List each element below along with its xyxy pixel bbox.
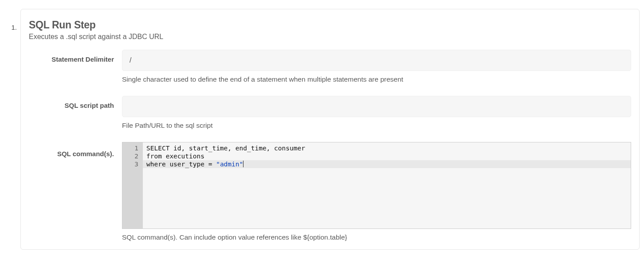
code-line[interactable]: from executions	[146, 152, 631, 160]
label-sql-script-path: SQL script path	[29, 96, 122, 109]
code-text	[212, 161, 216, 168]
label-sql-commands: SQL command(s).	[29, 142, 122, 158]
step-number: 1.	[4, 9, 17, 31]
gutter-line: 1	[128, 144, 138, 152]
panel-title: SQL Run Step	[29, 19, 631, 31]
row-statement-delimiter: Statement Delimiter Single character use…	[29, 50, 631, 83]
gutter-line: 3	[128, 160, 138, 168]
text-cursor	[243, 161, 243, 167]
step-panel: SQL Run Step Executes a .sql script agai…	[20, 9, 640, 250]
label-statement-delimiter: Statement Delimiter	[29, 50, 122, 63]
editor-content[interactable]: SELECT id, start_time, end_time, consume…	[143, 142, 631, 228]
row-sql-commands: SQL command(s). 1 2 3 SELECT id, start_t…	[29, 142, 631, 241]
sql-commands-editor[interactable]: 1 2 3 SELECT id, start_time, end_time, c…	[122, 142, 631, 229]
sql-script-path-input[interactable]	[122, 96, 631, 117]
help-sql-commands: SQL command(s). Can include option value…	[122, 233, 631, 241]
code-string: "admin"	[216, 161, 243, 168]
gutter-line: 2	[128, 152, 138, 160]
help-statement-delimiter: Single character used to define the end …	[122, 75, 631, 83]
code-line[interactable]: SELECT id, start_time, end_time, consume…	[146, 144, 631, 152]
code-text: where user_type	[146, 161, 208, 168]
row-sql-script-path: SQL script path File Path/URL to the sql…	[29, 96, 631, 130]
statement-delimiter-input[interactable]	[122, 50, 631, 71]
editor-gutter: 1 2 3	[122, 142, 143, 228]
help-sql-script-path: File Path/URL to the sql script	[122, 122, 631, 130]
code-line-active[interactable]: where user_type = "admin"	[143, 160, 631, 168]
panel-subtitle: Executes a .sql script against a JDBC UR…	[29, 33, 631, 41]
